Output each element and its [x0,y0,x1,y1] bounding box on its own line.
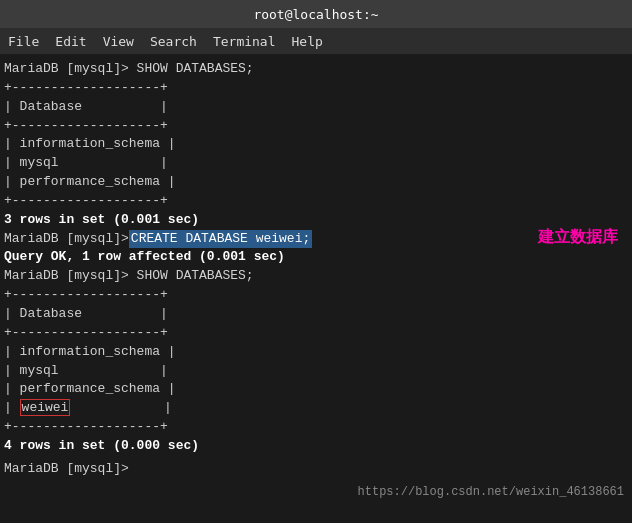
menu-terminal[interactable]: Terminal [213,34,276,49]
terminal-line: | information_schema | [4,135,628,154]
terminal-line-cmd: MariaDB [mysql]> CREATE DATABASE weiwei;… [4,230,628,249]
terminal-line: 3 rows in set (0.001 sec) [4,211,628,230]
terminal-line: MariaDB [mysql]> [4,460,628,479]
terminal-line: | mysql | [4,362,628,381]
terminal-line: +-------------------+ [4,192,628,211]
menu-file[interactable]: File [8,34,39,49]
title-bar: root@localhost:~ [0,0,632,28]
menu-help[interactable]: Help [292,34,323,49]
terminal-line: | performance_schema | [4,380,628,399]
menu-bar: File Edit View Search Terminal Help [0,28,632,54]
terminal-line: MariaDB [mysql]> SHOW DATABASES; [4,60,628,79]
terminal-line: Query OK, 1 row affected (0.001 sec) [4,248,628,267]
terminal-line: | performance_schema | [4,173,628,192]
terminal-line: 4 rows in set (0.000 sec) [4,437,628,456]
terminal-line: MariaDB [mysql]> SHOW DATABASES; [4,267,628,286]
menu-view[interactable]: View [103,34,134,49]
terminal-line: | mysql | [4,154,628,173]
title-text: root@localhost:~ [253,7,378,22]
menu-search[interactable]: Search [150,34,197,49]
url-line: https://blog.csdn.net/weixin_46138661 [358,484,624,501]
terminal-line: | Database | [4,305,628,324]
create-db-annotation: 建立数据库 [538,227,618,250]
terminal-line: | information_schema | [4,343,628,362]
terminal-line: +-------------------+ [4,79,628,98]
terminal-line-weiwei: | weiwei | [4,399,628,418]
terminal-line: +-------------------+ [4,117,628,136]
menu-edit[interactable]: Edit [55,34,86,49]
terminal-line: +-------------------+ [4,418,628,437]
terminal-line: | Database | [4,98,628,117]
weiwei-highlight: weiwei [20,399,71,416]
terminal-line: +-------------------+ [4,324,628,343]
terminal-line: +-------------------+ [4,286,628,305]
terminal-body[interactable]: MariaDB [mysql]> SHOW DATABASES;+-------… [0,54,632,523]
